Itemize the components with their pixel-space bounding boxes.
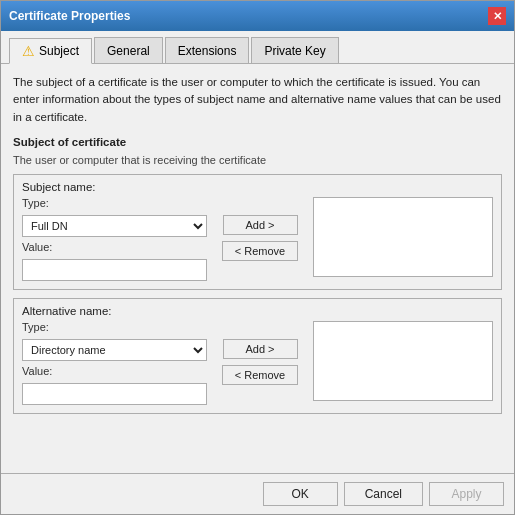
value-label-2: Value: [22,365,207,377]
description-text: The subject of a certificate is the user… [13,74,502,126]
subject-sub-label: The user or computer that is receiving t… [13,154,502,166]
subject-name-title: Subject name: [22,181,493,193]
alternative-name-row: Type: Directory name DNS Email IP addres… [22,321,493,405]
alternative-name-left: Type: Directory name DNS Email IP addres… [22,321,207,405]
tab-extensions[interactable]: Extensions [165,37,250,63]
subject-remove-button[interactable]: < Remove [222,241,298,261]
tab-general[interactable]: General [94,37,163,63]
alternative-type-select[interactable]: Directory name DNS Email IP address URI … [22,339,207,361]
tab-private-key-label: Private Key [264,44,325,58]
type-label-2: Type: [22,321,207,333]
subject-add-button[interactable]: Add > [223,215,298,235]
value-label-1: Value: [22,241,207,253]
ok-button[interactable]: OK [263,482,338,506]
subject-panel: The subject of a certificate is the user… [1,64,514,473]
warning-icon: ⚠ [22,43,35,59]
tab-bar: ⚠ Subject General Extensions Private Key [1,31,514,64]
alternative-remove-button[interactable]: < Remove [222,365,298,385]
subject-name-list [313,197,493,277]
subject-type-select[interactable]: Full DN Common name Organization Organiz… [22,215,207,237]
alternative-name-buttons: Add > < Remove [215,321,305,385]
dialog-title: Certificate Properties [9,9,130,23]
tab-private-key[interactable]: Private Key [251,37,338,63]
alternative-name-title: Alternative name: [22,305,493,317]
cancel-button[interactable]: Cancel [344,482,423,506]
title-bar: Certificate Properties ✕ [1,1,514,31]
tab-extensions-label: Extensions [178,44,237,58]
type-label-1: Type: [22,197,207,209]
alternative-add-button[interactable]: Add > [223,339,298,359]
subject-value-input[interactable] [22,259,207,281]
tab-subject[interactable]: ⚠ Subject [9,38,92,64]
subject-name-left: Type: Full DN Common name Organization O… [22,197,207,281]
certificate-properties-dialog: Certificate Properties ✕ ⚠ Subject Gener… [0,0,515,515]
alternative-name-list [313,321,493,401]
button-bar: OK Cancel Apply [1,473,514,514]
subject-section-label: Subject of certificate [13,136,502,148]
subject-name-row: Type: Full DN Common name Organization O… [22,197,493,281]
tab-general-label: General [107,44,150,58]
dialog-content: ⚠ Subject General Extensions Private Key… [1,31,514,514]
alternative-value-input[interactable] [22,383,207,405]
alternative-name-group: Alternative name: Type: Directory name D… [13,298,502,414]
close-button[interactable]: ✕ [488,7,506,25]
apply-button[interactable]: Apply [429,482,504,506]
tab-subject-label: Subject [39,44,79,58]
subject-name-group: Subject name: Type: Full DN Common name … [13,174,502,290]
subject-name-buttons: Add > < Remove [215,197,305,261]
